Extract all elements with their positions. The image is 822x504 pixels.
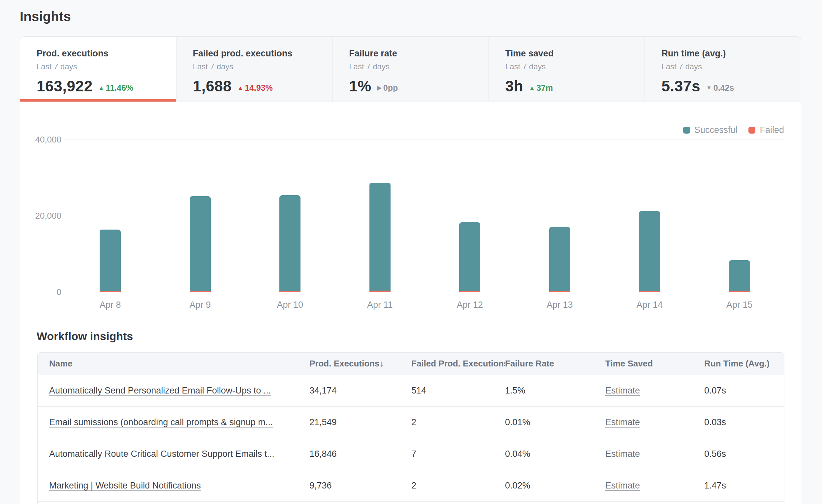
estimate-link[interactable]: Estimate [605, 417, 640, 427]
y-axis-tick: 0 [0, 287, 61, 297]
x-axis-tick: Apr 8 [74, 300, 146, 310]
column-header-run-time-avg-[interactable]: Run Time (Avg.) [704, 359, 784, 369]
estimate-link[interactable]: Estimate [605, 386, 640, 396]
kpi-delta-text: 14.93% [245, 83, 273, 93]
kpi-label: Failure rate [349, 48, 473, 59]
cell-failed-prod-executions: 2 [411, 481, 505, 491]
y-axis-tick: 20,000 [0, 211, 61, 221]
estimate-link[interactable]: Estimate [605, 449, 640, 459]
delta-up-icon: ▲ [238, 85, 243, 91]
column-header-label: Name [49, 359, 73, 369]
gridline-0 [65, 292, 784, 292]
cell-failure-rate: 0.01% [505, 417, 605, 428]
kpi-value: 3h [505, 77, 523, 95]
column-header-failure-rate[interactable]: Failure Rate [505, 359, 605, 369]
kpi-label: Run time (avg.) [661, 48, 785, 59]
column-header-label: Prod. Executions [309, 359, 379, 369]
kpi-period: Last 7 days [505, 62, 629, 71]
kpi-delta-neutral: ▶0pp [377, 83, 398, 93]
chart-legend: SuccessfulFailed [683, 125, 784, 135]
legend-item-successful[interactable]: Successful [683, 125, 738, 135]
cell-name: Email sumissions (onboarding call prompt… [49, 417, 309, 428]
cell-run-time-avg: 0.56s [704, 449, 784, 459]
bar-apr-10-successful [279, 195, 301, 291]
table-header-row: NameProd. Executions↓Failed Prod. Execut… [38, 353, 784, 375]
bar-apr-13-successful [549, 227, 570, 291]
x-axis-tick: Apr 11 [344, 300, 416, 310]
cell-prod-executions: 16,846 [309, 449, 411, 459]
sort-desc-icon: ↓ [379, 359, 384, 369]
kpi-card-run-time-avg[interactable]: Run time (avg.)Last 7 days5.37s▼0.42s [645, 37, 801, 102]
column-header-label: Failure Rate [505, 359, 554, 369]
cell-failed-prod-executions: 514 [411, 386, 505, 396]
column-header-prod-executions[interactable]: Prod. Executions↓ [309, 359, 411, 369]
kpi-value-row: 3h▲37m [505, 77, 629, 95]
kpi-period: Last 7 days [661, 62, 785, 71]
cell-time-saved: Estimate [605, 417, 704, 428]
bar-apr-14-failed [639, 291, 660, 292]
kpi-card-failed-prod-executions[interactable]: Failed prod. executionsLast 7 days1,688▲… [176, 37, 333, 102]
column-header-name[interactable]: Name [49, 359, 309, 369]
kpi-summary-row: Prod. executionsLast 7 days163,922▲11.46… [20, 37, 801, 102]
table-row: Email sumissions (onboarding call prompt… [38, 407, 784, 438]
delta-down-icon: ▼ [706, 85, 712, 91]
kpi-delta-text: 0.42s [714, 83, 734, 93]
table-row: Automatically Send Personalized Email Fo… [38, 375, 784, 407]
cell-name: Automatically Route Critical Customer Su… [49, 449, 309, 459]
y-axis-tick: 40,000 [0, 134, 61, 145]
kpi-card-failure-rate[interactable]: Failure rateLast 7 days1%▶0pp [333, 37, 489, 102]
legend-label: Successful [694, 125, 738, 135]
page-title: Insights [20, 9, 71, 24]
chart-plot-area: 40,00020,0000Apr 8Apr 9Apr 10Apr 11Apr 1… [65, 139, 784, 292]
legend-label: Failed [760, 125, 784, 135]
kpi-delta-up: ▲14.93% [238, 83, 273, 93]
insights-page: Insights Prod. executionsLast 7 days163,… [0, 0, 822, 504]
kpi-delta-up: ▲37m [529, 83, 553, 93]
executions-chart: SuccessfulFailed 40,00020,0000Apr 8Apr 9… [20, 102, 801, 317]
kpi-value: 5.37s [661, 77, 700, 95]
column-header-label: Time Saved [605, 359, 653, 369]
kpi-period: Last 7 days [37, 62, 160, 71]
workflow-name-link[interactable]: Automatically Send Personalized Email Fo… [49, 386, 271, 396]
gridline-20000 [65, 216, 784, 216]
kpi-value-row: 5.37s▼0.42s [661, 77, 785, 95]
column-header-failed-prod-executions[interactable]: Failed Prod. Executions [411, 359, 505, 369]
kpi-delta-up: ▲11.46% [99, 83, 133, 93]
cell-run-time-avg: 1.47s [704, 481, 784, 491]
kpi-label: Failed prod. executions [193, 48, 317, 59]
table-row: Marketing | Website Build Notifications9… [38, 470, 784, 502]
gridline-40000 [65, 139, 784, 140]
estimate-link[interactable]: Estimate [605, 481, 640, 490]
bar-apr-15-successful [729, 260, 750, 291]
bar-apr-12-successful [459, 222, 480, 291]
kpi-selected-underline [20, 99, 176, 102]
x-axis-tick: Apr 15 [703, 300, 776, 310]
workflow-name-link[interactable]: Email sumissions (onboarding call prompt… [49, 417, 273, 427]
bar-apr-8-failed [100, 291, 121, 292]
kpi-card-prod-executions[interactable]: Prod. executionsLast 7 days163,922▲11.46… [20, 37, 176, 102]
bar-apr-13-failed [549, 291, 570, 292]
legend-item-failed[interactable]: Failed [749, 125, 784, 135]
kpi-delta-text: 37m [536, 83, 553, 93]
bar-apr-8-successful [100, 229, 121, 291]
column-header-label: Failed Prod. Executions [411, 359, 505, 369]
cell-failure-rate: 0.04% [505, 449, 605, 459]
delta-neutral-icon: ▶ [377, 85, 382, 91]
column-header-time-saved[interactable]: Time Saved [605, 359, 704, 369]
kpi-card-time-saved[interactable]: Time savedLast 7 days3h▲37m [489, 37, 645, 102]
table-row: Automatically Route Critical Customer Su… [38, 438, 784, 470]
workflow-insights-table: NameProd. Executions↓Failed Prod. Execut… [37, 352, 784, 504]
kpi-value-row: 1,688▲14.93% [193, 77, 317, 95]
table-body: Automatically Send Personalized Email Fo… [38, 375, 784, 502]
kpi-value-row: 163,922▲11.46% [37, 77, 160, 95]
kpi-delta-down: ▼0.42s [706, 83, 734, 93]
cell-name: Automatically Send Personalized Email Fo… [49, 386, 309, 396]
cell-failure-rate: 0.02% [505, 481, 605, 491]
workflow-name-link[interactable]: Automatically Route Critical Customer Su… [49, 449, 275, 459]
workflow-name-link[interactable]: Marketing | Website Build Notifications [49, 481, 201, 490]
bar-apr-14-successful [639, 211, 660, 291]
cell-run-time-avg: 0.07s [704, 386, 784, 396]
bar-apr-12-failed [459, 291, 480, 292]
kpi-label: Time saved [505, 48, 629, 59]
x-axis-tick: Apr 13 [523, 300, 596, 310]
